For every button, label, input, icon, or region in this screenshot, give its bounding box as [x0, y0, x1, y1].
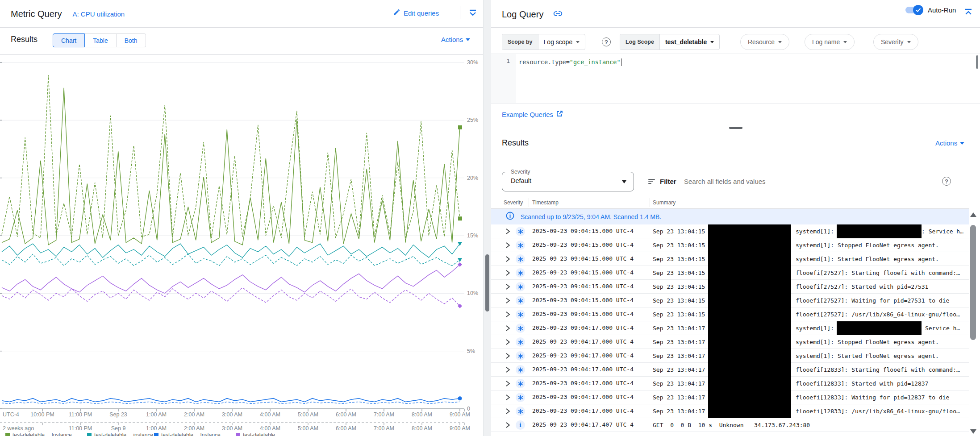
expand-chevron-icon[interactable] [505, 297, 511, 306]
panel-splitter[interactable] [483, 0, 491, 436]
legend-item[interactable]: test-deletable… Instance… [5, 432, 77, 436]
x-tick-label: 2:00 AM [184, 411, 204, 418]
scope-by-dropdown[interactable]: Log scope [538, 34, 585, 50]
log-table-row[interactable]: 2025-09-23 09:04:15.000 UTC-4Sep 23 13:0… [491, 307, 969, 321]
tab-both[interactable]: Both [117, 33, 146, 47]
log-table-row[interactable]: 2025-09-23 09:04:17.000 UTC-4Sep 23 13:0… [491, 363, 969, 377]
severity-default-icon [516, 365, 525, 374]
resource-filter-pill[interactable]: Resource [740, 34, 789, 50]
log-table-row[interactable]: 2025-09-23 09:04:17.000 UTC-4Sep 23 13:0… [491, 404, 969, 418]
severity-filter-pill[interactable]: Severity [873, 34, 918, 50]
log-name-filter-pill[interactable]: Log name [805, 34, 855, 50]
copy-link-icon[interactable] [553, 9, 563, 20]
log-summary: Sep 23 13:04:17systemd[1]: Stopped FlooN… [653, 335, 939, 349]
legend-item[interactable]: test-deletable… [236, 432, 280, 436]
log-scrollbar-thumb[interactable] [970, 225, 976, 340]
x-tick-label: 3:00 AM [222, 411, 242, 418]
log-table-row[interactable]: 2025-09-23 09:04:17.000 UTC-4Sep 23 13:0… [491, 321, 969, 335]
expand-chevron-icon[interactable] [505, 283, 511, 292]
redacted-hostname-block [708, 224, 791, 238]
summary-message-tail: Service h… [922, 325, 960, 332]
x-tick-label: 10:00 PM [30, 411, 54, 418]
expand-chevron-icon[interactable] [505, 353, 511, 361]
summary-message: flooefi[12833]: Waiting for pid=12837 to… [796, 394, 949, 401]
resize-drag-handle[interactable] [729, 127, 742, 129]
legend-label: test-deletable… Instance… [161, 432, 226, 436]
log-query-panel: Log Query Auto-Run Scope by Log scope [491, 0, 980, 436]
tab-chart[interactable]: Chart [53, 33, 85, 47]
legend-item[interactable]: test-deletable… Instance… [154, 432, 226, 436]
log-table-row[interactable]: 2025-09-23 09:04:15.000 UTC-4Sep 23 13:0… [491, 238, 969, 252]
expand-chevron-icon[interactable] [505, 394, 511, 403]
log-table-row[interactable]: 2025-09-23 09:04:17.000 UTC-4Sep 23 13:0… [491, 377, 969, 390]
redacted-hostname-block [708, 252, 791, 266]
legend-item[interactable]: test-deletable… instance… [87, 432, 158, 436]
log-table-row[interactable]: 2025-09-23 09:04:17.000 UTC-4Sep 23 13:0… [491, 390, 969, 404]
auto-run-toggle[interactable] [905, 7, 922, 13]
log-table-row[interactable]: 2025-09-23 09:04:17.000 UTC-4Sep 23 13:0… [491, 335, 969, 349]
caret-down-icon [907, 41, 911, 43]
scope-help-icon[interactable]: ? [602, 37, 611, 46]
scan-info-banner: Scanned up to 9/23/25, 9:04 AM. Scanned … [491, 209, 969, 224]
expand-chevron-icon[interactable] [505, 242, 511, 250]
expand-chevron-icon[interactable] [505, 325, 511, 333]
collapse-chart-panel-icon[interactable] [468, 8, 478, 20]
log-actions-menu[interactable]: Actions [935, 139, 964, 147]
metric-query-a-link[interactable]: A: CPU utilization [72, 10, 125, 18]
caret-down-icon [576, 41, 580, 43]
summary-message: flooefi[27527]: /usr/lib/x86_64-linux-gn… [796, 311, 960, 318]
log-table-row[interactable]: 2025-09-23 09:04:15.000 UTC-4Sep 23 13:0… [491, 266, 969, 280]
log-table-row[interactable]: 2025-09-23 09:04:15.000 UTC-4Sep 23 13:0… [491, 252, 969, 266]
x-tick-label: 7:00 AM [374, 411, 394, 418]
severity-default-icon [516, 241, 525, 250]
log-table-header: Severity Timestamp Summary [491, 196, 969, 209]
scroll-up-arrow[interactable] [970, 212, 976, 217]
scope-by-label: Scope by [502, 34, 538, 50]
example-queries-link[interactable]: Example Queries [502, 111, 563, 118]
cpu-utilization-chart[interactable] [0, 54, 483, 436]
expand-chevron-icon[interactable] [505, 366, 511, 375]
x-tick-label: 1:00 AM [146, 425, 167, 432]
severity-dropdown[interactable]: Severity Default [502, 172, 634, 191]
y-tick-label: 15% [467, 233, 478, 239]
editor-code-line[interactable]: resource.type="gce_instance" [519, 56, 621, 68]
log-timestamp: 2025-09-23 09:04:17.000 UTC-4 [532, 338, 634, 345]
expand-chevron-icon[interactable] [505, 256, 511, 264]
filter-help-icon[interactable]: ? [942, 177, 951, 186]
summary-syslog-time: Sep 23 13:04:17 [653, 394, 708, 401]
expand-chevron-icon[interactable] [505, 228, 511, 237]
log-timestamp: 2025-09-23 09:04:17.000 UTC-4 [532, 380, 634, 386]
log-table-row[interactable]: i2025-09-23 09:04:17.407 UTC-4GET 0 0 B … [491, 418, 969, 432]
log-search-input[interactable] [684, 175, 934, 187]
log-table-row[interactable]: 2025-09-23 09:04:15.000 UTC-4Sep 23 13:0… [491, 280, 969, 294]
tab-table[interactable]: Table [85, 33, 116, 47]
log-table-row[interactable]: 2025-09-23 09:04:17.000 UTC-4Sep 23 13:0… [491, 349, 969, 363]
expand-chevron-icon[interactable] [505, 311, 511, 320]
log-summary: Sep 23 13:04:15systemd[1]: Stopped FlooN… [653, 238, 939, 252]
severity-default-icon [516, 268, 525, 278]
column-severity: Severity [504, 196, 523, 208]
log-name-pill-label: Log name [812, 38, 840, 46]
expand-chevron-icon[interactable] [505, 422, 511, 430]
scroll-down-arrow[interactable] [970, 429, 976, 434]
x-tick-label: 4:00 AM [260, 411, 280, 418]
expand-chevron-icon[interactable] [505, 339, 511, 347]
log-timestamp: 2025-09-23 09:04:17.000 UTC-4 [532, 394, 634, 400]
auto-run-label: Auto-Run [928, 6, 956, 14]
log-scope-dropdown[interactable]: test_deletable [660, 34, 719, 50]
redacted-hostname-block [708, 349, 791, 363]
splitter-handle[interactable] [485, 254, 489, 311]
metric-query-panel: Metric Query A: CPU utilization Edit que… [0, 0, 483, 436]
editor-scrollbar-thumb[interactable] [976, 55, 978, 69]
edit-queries-button[interactable]: Edit queries [393, 8, 439, 17]
expand-chevron-icon[interactable] [505, 270, 511, 278]
collapse-log-panel-icon[interactable] [963, 7, 973, 19]
metric-actions-menu[interactable]: Actions [441, 36, 470, 43]
log-table-row[interactable]: 2025-09-23 09:04:15.000 UTC-4Sep 23 13:0… [491, 224, 969, 238]
summary-syslog-time: Sep 23 13:04:15 [653, 228, 708, 235]
log-table-row[interactable]: 2025-09-23 09:04:15.000 UTC-4Sep 23 13:0… [491, 294, 969, 307]
expand-chevron-icon[interactable] [505, 408, 511, 416]
expand-chevron-icon[interactable] [505, 380, 511, 389]
log-query-editor[interactable]: 1 resource.type="gce_instance" [491, 54, 980, 104]
log-results-heading: Results [502, 138, 529, 148]
